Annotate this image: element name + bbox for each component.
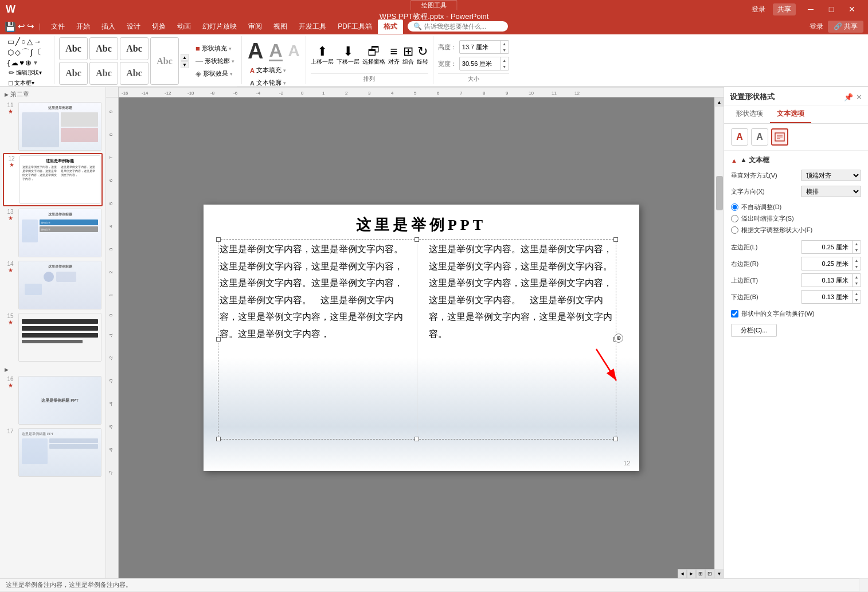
undo-icon[interactable]: ↩ xyxy=(18,21,25,32)
triangle-icon[interactable]: △ xyxy=(27,37,33,46)
menu-item-review[interactable]: 审阅 xyxy=(243,19,268,34)
circle-icon[interactable]: ○ xyxy=(21,37,26,46)
width-up-btn[interactable]: ▲ xyxy=(501,57,509,64)
abc-btn-7[interactable]: Abc xyxy=(150,37,179,85)
slide-item-16[interactable]: 16 ★ 这里是举例标题 PPT xyxy=(3,375,103,426)
shape-scroll-up[interactable]: ▲ xyxy=(181,54,189,61)
abc-btn-5[interactable]: Abc xyxy=(89,62,118,85)
save-icon[interactable]: 💾 xyxy=(5,21,16,32)
search-input[interactable] xyxy=(424,23,499,30)
text-icon-fill[interactable]: A xyxy=(731,128,748,146)
menu-item-pdf[interactable]: PDF工具箱 xyxy=(332,19,378,34)
maximize-btn[interactable]: □ xyxy=(821,0,842,18)
columns-btn[interactable]: 分栏(C)... xyxy=(731,324,777,337)
arrow-icon[interactable]: → xyxy=(34,37,41,46)
vert-align-select[interactable]: 顶端对齐 居中对齐 底端对齐 xyxy=(801,170,861,181)
height-input[interactable] xyxy=(460,42,500,52)
edit-shape-btn[interactable]: ✏编辑形状▾ xyxy=(7,68,49,77)
abc-btn-4[interactable]: Abc xyxy=(59,62,88,85)
shape-effect-btn[interactable]: ◈形状效果▾ xyxy=(193,68,237,79)
move-down-btn[interactable]: ⬇ 下移一层 xyxy=(337,45,359,66)
slide-item-11[interactable]: 11 ★ 这里是举例标题 xyxy=(3,101,103,152)
slide-item-14[interactable]: 14 ★ 这里是举例标题 xyxy=(3,260,103,311)
shape2-icon[interactable]: ⬡ xyxy=(7,48,14,57)
tab-shape-options[interactable]: 形状选项 xyxy=(729,105,770,123)
text-box-btn[interactable]: □文本框▾ xyxy=(7,79,49,88)
hscroll-left-btn[interactable]: ◄ xyxy=(678,569,687,578)
menu-item-switch[interactable]: 切换 xyxy=(146,19,171,34)
no-autofit-radio[interactable]: 不自动调整(D) xyxy=(731,203,861,211)
slide-item-13[interactable]: 13 ★ 这里是举例标题 按钮文字 按钮文字 xyxy=(3,207,103,258)
shape-outline-btn[interactable]: —形状轮廓▾ xyxy=(193,56,237,66)
art-a-small[interactable]: A xyxy=(288,43,300,59)
shape8-icon[interactable]: ☁ xyxy=(11,58,18,67)
height-down-btn[interactable]: ▼ xyxy=(501,47,509,53)
text-dir-select[interactable]: 横排 竖排 xyxy=(801,186,861,197)
text-frame-title[interactable]: ▲ ▲ 文本框 xyxy=(731,155,861,165)
text-fill-btn[interactable]: A文本填充▾ xyxy=(248,65,300,76)
menu-item-start[interactable]: 开始 xyxy=(71,19,96,34)
shape-fill-btn[interactable]: ■形状填充▾ xyxy=(193,43,237,54)
menu-item-design[interactable]: 设计 xyxy=(121,19,146,34)
right-margin-down[interactable]: ▼ xyxy=(853,264,861,270)
text-icon-textbox[interactable] xyxy=(771,128,788,146)
share-btn[interactable]: 共享 xyxy=(773,3,796,15)
slide-item-15[interactable]: 15 ★ xyxy=(3,312,103,363)
share-text-btn[interactable]: 🔗 共享 xyxy=(828,21,863,33)
menu-item-insert[interactable]: 插入 xyxy=(96,19,121,34)
menu-item-slideshow[interactable]: 幻灯片放映 xyxy=(197,19,243,34)
shape3-icon[interactable]: ◇ xyxy=(15,48,21,57)
shape4-icon[interactable]: ⌒ xyxy=(22,47,29,57)
left-margin-down[interactable]: ▼ xyxy=(853,247,861,253)
top-margin-down[interactable]: ▼ xyxy=(853,280,861,287)
shape9-icon[interactable]: ♥ xyxy=(19,58,24,67)
menu-item-devtools[interactable]: 开发工具 xyxy=(293,19,332,34)
menu-item-animate[interactable]: 动画 xyxy=(171,19,197,34)
abc-btn-3[interactable]: Abc xyxy=(120,37,148,60)
panel-pin-btn[interactable]: 📌 xyxy=(844,93,853,101)
shape5-icon[interactable]: ∫ xyxy=(30,48,33,57)
panel-close-btn[interactable]: ✕ xyxy=(856,93,862,101)
height-up-btn[interactable]: ▲ xyxy=(501,41,509,47)
vscroll-thumb[interactable] xyxy=(716,176,723,210)
line-icon[interactable]: ╱ xyxy=(15,37,20,46)
top-margin-up[interactable]: ▲ xyxy=(853,274,861,280)
width-down-btn[interactable]: ▼ xyxy=(501,64,509,70)
bottom-margin-down[interactable]: ▼ xyxy=(853,297,861,303)
shrink-radio[interactable]: 溢出时缩排文字(S) xyxy=(731,214,861,223)
view-control-2[interactable]: ⊡ xyxy=(705,569,714,578)
abc-btn-6[interactable]: Abc xyxy=(120,62,148,85)
close-btn[interactable]: ✕ xyxy=(842,0,862,18)
shape7-icon[interactable]: { xyxy=(7,58,10,67)
rect-icon[interactable]: ▭ xyxy=(7,37,14,46)
move-up-btn[interactable]: ⬆ 上移一层 xyxy=(311,45,334,66)
vscroll-up-btn[interactable]: ▲ xyxy=(715,97,724,107)
resize-radio[interactable]: 根据文字调整形状大小(F) xyxy=(731,226,861,234)
abc-btn-1[interactable]: Abc xyxy=(59,37,88,60)
resize-handle-right[interactable]: ⊕ xyxy=(614,334,623,343)
login-text-btn[interactable]: 登录 xyxy=(810,22,823,32)
width-input[interactable] xyxy=(460,59,500,68)
align-btn[interactable]: ≡ 对齐 xyxy=(388,45,400,66)
vscroll-down-btn[interactable]: ▼ xyxy=(715,569,724,578)
wrap-text-checkbox[interactable] xyxy=(731,310,738,317)
rotate-btn[interactable]: ↻ 旋转 xyxy=(417,45,428,66)
art-a-medium[interactable]: A xyxy=(269,41,282,61)
expand-shapes-icon[interactable]: ▼ xyxy=(33,60,38,66)
text-icon-outline[interactable]: A xyxy=(751,128,768,146)
redo-icon[interactable]: ↪ xyxy=(27,21,34,32)
login-btn[interactable]: 登录 xyxy=(747,3,770,15)
slide-item-17[interactable]: 17 这里是举例标题 PPT xyxy=(3,427,103,478)
slide-item-12[interactable]: 12 ★ 这里是举例标题 这里是举例文字内容，这里是举例文字内容。这里是举例文字… xyxy=(3,153,103,206)
group-btn[interactable]: ⊞ 组合 xyxy=(402,45,414,66)
view-control-1[interactable]: ⊞ xyxy=(696,569,705,578)
shape10-icon[interactable]: ⊕ xyxy=(25,58,32,67)
slide-canvas-area[interactable]: 这里是举例PPT xyxy=(119,97,724,578)
hscroll-right-btn[interactable]: ► xyxy=(687,569,696,578)
slide-canvas[interactable]: 这里是举例PPT xyxy=(204,205,639,471)
shape6-icon[interactable]: 〔 xyxy=(34,47,41,57)
tab-text-options[interactable]: 文本选项 xyxy=(770,105,811,123)
minimize-btn[interactable]: ─ xyxy=(800,0,821,18)
menu-item-view[interactable]: 视图 xyxy=(268,19,293,34)
shape-scroll-down[interactable]: ▼ xyxy=(181,61,189,68)
